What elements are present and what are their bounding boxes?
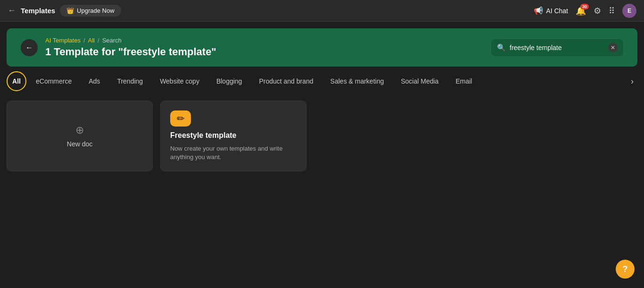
search-box: 🔍 ✕ bbox=[491, 39, 623, 56]
pencil-icon: ✏ bbox=[177, 113, 185, 124]
category-tab-all[interactable]: All bbox=[7, 71, 26, 91]
avatar[interactable]: E bbox=[622, 4, 636, 18]
grid-menu-button[interactable]: ⠿ bbox=[609, 6, 615, 16]
ai-chat-button[interactable]: 📢 AI Chat bbox=[534, 6, 568, 15]
breadcrumb: AI Templates / All / Search bbox=[45, 37, 484, 44]
notification-badge: 30 bbox=[580, 4, 589, 9]
clear-icon: ✕ bbox=[611, 44, 615, 51]
template-description: Now create your own templates and write … bbox=[170, 144, 297, 161]
search-icon: 🔍 bbox=[497, 43, 506, 52]
category-tab-ads[interactable]: Ads bbox=[81, 74, 107, 89]
search-clear-button[interactable]: ✕ bbox=[608, 43, 618, 52]
top-navigation: ← Templates 👑 Upgrade Now 📢 AI Chat 🔔 30… bbox=[0, 0, 644, 22]
crown-icon: 👑 bbox=[66, 7, 74, 14]
search-result-title: 1 Template for "freestyle template" bbox=[45, 46, 484, 58]
ai-chat-label: AI Chat bbox=[546, 7, 568, 15]
category-tab-ecommerce[interactable]: eCommerce bbox=[28, 74, 79, 89]
nav-right: 📢 AI Chat 🔔 30 ⚙ ⠿ E bbox=[534, 4, 636, 18]
banner-back-button[interactable]: ← bbox=[21, 39, 38, 56]
upgrade-button[interactable]: 👑 Upgrade Now bbox=[60, 5, 121, 17]
content-area: ⊕ New doc ✏ Freestyle template Now creat… bbox=[0, 96, 644, 176]
nav-left: ← Templates 👑 Upgrade Now bbox=[8, 5, 528, 17]
template-icon-wrap: ✏ bbox=[170, 110, 191, 127]
category-tab-trending[interactable]: Trending bbox=[109, 74, 150, 89]
nav-title: Templates bbox=[21, 7, 55, 15]
breadcrumb-area: AI Templates / All / Search 1 Template f… bbox=[45, 37, 484, 58]
category-tab-blogging[interactable]: Blogging bbox=[209, 74, 250, 89]
search-input[interactable] bbox=[510, 44, 604, 51]
search-banner: ← AI Templates / All / Search 1 Template… bbox=[7, 28, 637, 67]
chevron-right-icon: › bbox=[631, 76, 634, 86]
breadcrumb-all[interactable]: All bbox=[88, 37, 95, 44]
template-card[interactable]: ✏ Freestyle template Now create your own… bbox=[160, 101, 306, 171]
settings-button[interactable]: ⚙ bbox=[594, 6, 601, 16]
upgrade-label: Upgrade Now bbox=[77, 7, 115, 14]
category-tab-sales-marketing[interactable]: Sales & marketing bbox=[323, 74, 392, 89]
breadcrumb-ai-templates[interactable]: AI Templates bbox=[45, 37, 81, 44]
ai-chat-icon: 📢 bbox=[534, 6, 543, 15]
banner-back-icon: ← bbox=[25, 43, 33, 52]
gear-icon: ⚙ bbox=[594, 6, 601, 16]
category-tab-email[interactable]: Email bbox=[448, 74, 479, 89]
category-tab-social-media[interactable]: Social Media bbox=[393, 74, 446, 89]
category-tab-website-copy[interactable]: Website copy bbox=[152, 74, 207, 89]
new-doc-label: New doc bbox=[67, 140, 92, 148]
nav-back-button[interactable]: ← bbox=[8, 6, 16, 16]
new-doc-card[interactable]: ⊕ New doc bbox=[7, 101, 153, 171]
grid-icon: ⠿ bbox=[609, 6, 615, 16]
new-doc-icon: ⊕ bbox=[75, 124, 84, 136]
breadcrumb-search: Search bbox=[102, 37, 122, 44]
category-tab-product-and-brand[interactable]: Product and brand bbox=[251, 74, 321, 89]
help-button[interactable]: ? bbox=[616, 260, 635, 279]
category-next-button[interactable]: › bbox=[627, 75, 637, 88]
template-name: Freestyle template bbox=[170, 131, 237, 140]
category-bar: All eCommerce Ads Trending Website copy … bbox=[0, 67, 644, 96]
notification-button[interactable]: 🔔 30 bbox=[576, 6, 586, 16]
